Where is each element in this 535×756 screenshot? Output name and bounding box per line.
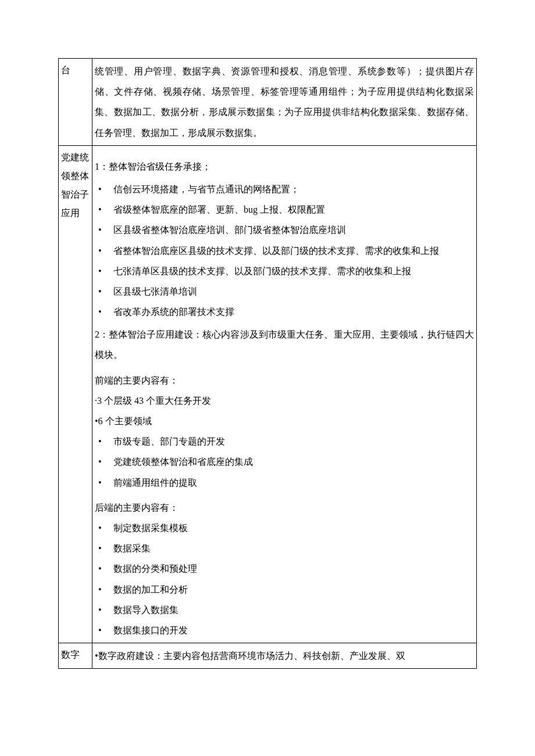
list-item: 数据导入数据集 bbox=[95, 600, 474, 620]
list-item: 党建统领整体智治和省底座的集成 bbox=[95, 452, 474, 472]
row-label: 党建统领整体智治子应用 bbox=[59, 145, 92, 643]
row-label: 台 bbox=[59, 59, 92, 146]
table-row: 数字 •数字政府建设：主要内容包括营商环境市场活力、科技创新、产业发展、双 bbox=[59, 643, 477, 669]
table-row: 党建统领整体智治子应用 1：整体智治省级任务承接； 信创云环境搭建，与省节点通讯… bbox=[59, 145, 477, 643]
list-item: 省整体智治底座区县级的技术支撑、以及部门级的技术支撑、需求的收集和上报 bbox=[95, 241, 474, 261]
list-item: ·3 个层级 43 个重大任务开发 bbox=[95, 390, 474, 411]
list-item: 数据采集 bbox=[95, 538, 474, 558]
bullet-list: 信创云环境搭建，与省节点通讯的网络配置； 省级整体智底座的部署、更新、bug 上… bbox=[95, 179, 474, 322]
list-item: 省改革办系统的部署技术支撑 bbox=[95, 302, 474, 322]
list-item: 七张清单区县级的技术支撑、以及部门级的技术支撑、需求的收集和上报 bbox=[95, 261, 474, 281]
list-item: 区县级七张清单培训 bbox=[95, 281, 474, 302]
row-label: 数字 bbox=[59, 643, 92, 669]
section-heading: 1：整体智治省级任务承接； bbox=[95, 156, 474, 177]
row-content: 1：整体智治省级任务承接； 信创云环境搭建，与省节点通讯的网络配置； 省级整体智… bbox=[92, 145, 477, 643]
list-item: 区县级省整体智治底座培训、部门级省整体智治底座培训 bbox=[95, 220, 474, 240]
list-item: 制定数据采集模板 bbox=[95, 518, 474, 538]
subsection-heading: 前端的主要内容有： bbox=[95, 370, 474, 390]
bullet-list: 制定数据采集模板 数据采集 数据的分类和预处理 数据的加工和分析 数据导入数据集… bbox=[95, 518, 474, 640]
bullet-list: 市级专题、部门专题的开发 党建统领整体智治和省底座的集成 前端通用组件的提取 bbox=[95, 431, 474, 493]
content-table: 台 统管理、用户管理、数据字典、资源管理和授权、消息管理、系统参数等）；提供图片… bbox=[58, 58, 477, 669]
list-item: 数据的加工和分析 bbox=[95, 579, 474, 600]
table-row: 台 统管理、用户管理、数据字典、资源管理和授权、消息管理、系统参数等）；提供图片… bbox=[59, 59, 477, 146]
list-item: 数据的分类和预处理 bbox=[95, 558, 474, 579]
row-content: 统管理、用户管理、数据字典、资源管理和授权、消息管理、系统参数等）；提供图片存储… bbox=[92, 59, 477, 146]
subsection-heading: 后端的主要内容有： bbox=[95, 497, 474, 518]
list-item: 前端通用组件的提取 bbox=[95, 472, 474, 493]
list-item: 数据集接口的开发 bbox=[95, 620, 474, 640]
list-item: •6 个主要领域 bbox=[95, 411, 474, 431]
document-page: 台 统管理、用户管理、数据字典、资源管理和授权、消息管理、系统参数等）；提供图片… bbox=[0, 0, 535, 756]
section-heading: 2：整体智治子应用建设：核心内容涉及到市级重大任务、重大应用、主要领域，执行链四… bbox=[95, 324, 474, 365]
list-item: 信创云环境搭建，与省节点通讯的网络配置； bbox=[95, 179, 474, 199]
list-item: 省级整体智底座的部署、更新、bug 上报、权限配置 bbox=[95, 199, 474, 220]
row-content: •数字政府建设：主要内容包括营商环境市场活力、科技创新、产业发展、双 bbox=[92, 643, 477, 669]
list-item: 市级专题、部门专题的开发 bbox=[95, 431, 474, 452]
